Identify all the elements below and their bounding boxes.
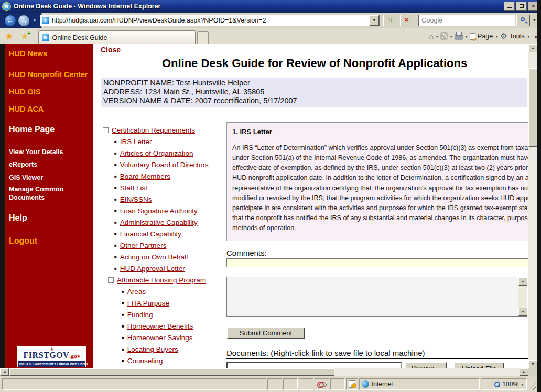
scroll-right-icon[interactable]: ► [520, 368, 528, 376]
tree-item[interactable]: ■Homeowner Benefits [122, 322, 226, 330]
tree-link[interactable]: Board Members [120, 172, 170, 180]
browse-button[interactable]: Browse... [405, 362, 447, 368]
tools-dropdown[interactable]: ▼ [527, 35, 531, 38]
security-report-pane[interactable] [346, 378, 358, 390]
print-dropdown[interactable]: ▼ [464, 35, 468, 38]
tree-item[interactable]: ■Loan Signature Authority [114, 207, 226, 215]
sidebar-item-home-page[interactable]: Home Page [5, 125, 93, 134]
sidebar-item-hud-aca[interactable]: HUD ACA [5, 105, 93, 113]
vertical-scroll-thumb[interactable] [528, 68, 537, 147]
tree-link[interactable]: Counseling [127, 357, 163, 365]
tree-link[interactable]: Homeowner Benefits [127, 322, 193, 330]
tree-item[interactable]: −Affordable Housing Program [108, 276, 226, 284]
restore-button[interactable] [516, 2, 527, 11]
feed-dropdown[interactable]: ▼ [449, 35, 453, 38]
textarea-scrollbar[interactable]: ▲ ▼ [518, 277, 527, 316]
submit-comment-button[interactable]: Submit Comment [226, 327, 305, 339]
sidebar-item-gis-viewer[interactable]: GIS Viewer [5, 173, 73, 182]
tree-item[interactable]: ■Financial Capability [114, 230, 226, 238]
tree-link[interactable]: FHA Purpose [127, 299, 169, 307]
comment-input[interactable] [226, 258, 528, 267]
sidebar-item-hud-nonprofit-center[interactable]: HUD Nonprofit Center [5, 70, 93, 79]
page-dropdown[interactable]: ▼ [495, 35, 499, 38]
security-zone-pane[interactable]: Internet [359, 378, 480, 390]
upload-file-button[interactable]: Upload File [454, 362, 504, 368]
favorites-star-icon[interactable]: ★ [5, 31, 13, 42]
tree-link[interactable]: Affordable Housing Program [117, 276, 206, 284]
tree-item[interactable]: ■Articles of Organization [114, 149, 226, 157]
tree-link[interactable]: Acting on Own Behalf [120, 253, 188, 261]
tree-link[interactable]: Administrative Capability [120, 219, 198, 226]
tree-link[interactable]: Certification Requirements [112, 126, 195, 134]
sidebar-item-view-your-details[interactable]: View Your Details [5, 148, 73, 156]
tree-item[interactable]: ■EIN/SSNs [114, 195, 226, 203]
tree-item[interactable]: ■Administrative Capability [114, 219, 226, 226]
firstgov-logo[interactable]: ★ FIRSTGOV.gov The U.S. Government's Off… [17, 346, 86, 367]
history-dropdown[interactable]: ▼ [33, 18, 37, 23]
tree-link[interactable]: Voluntary Board of Directors [120, 161, 209, 169]
tree-link[interactable]: Funding [127, 311, 153, 319]
comments-history-textarea[interactable]: ▲ ▼ [226, 277, 527, 317]
print-icon[interactable] [455, 34, 463, 40]
address-bar[interactable]: e http://hudgis.uai.com/HUDNP/viewDeskGu… [40, 15, 380, 26]
zoom-dropdown-icon[interactable]: ▼ [521, 383, 524, 386]
collapse-icon[interactable]: − [108, 277, 114, 283]
resize-grip[interactable] [529, 383, 536, 390]
tree-link[interactable]: EIN/SSNs [120, 195, 152, 203]
popup-blocker-pane[interactable] [315, 378, 329, 390]
back-button[interactable]: ← [4, 15, 16, 27]
page-menu-button[interactable]: Page [478, 32, 493, 40]
tree-item[interactable]: ■Counseling [122, 357, 226, 365]
rss-feed-icon[interactable] [440, 32, 448, 40]
home-icon[interactable]: ⌂ [429, 32, 434, 41]
sidebar-item-hud-news[interactable]: HUD News [5, 49, 93, 58]
tab-online-desk-guide[interactable]: e Online Desk Guide [38, 30, 196, 44]
tree-item[interactable]: ■Acting on Own Behalf [114, 253, 226, 261]
scroll-up-icon[interactable]: ▲ [518, 277, 527, 286]
tree-item[interactable]: ■Funding [122, 311, 226, 319]
url-text[interactable]: http://hudgis.uai.com/HUDNP/viewDeskGuid… [52, 17, 370, 24]
gear-icon[interactable]: ⚙ [500, 31, 507, 41]
tree-item[interactable]: ■IRS Letter [114, 138, 226, 146]
sidebar-item-ereports[interactable]: eReports [5, 160, 73, 169]
tree-item[interactable]: ■HUD Approval Letter [114, 265, 226, 273]
minimize-button[interactable] [504, 2, 515, 11]
tree-link[interactable]: Loan Signature Authority [120, 207, 198, 215]
tools-menu-button[interactable]: Tools [510, 32, 525, 40]
tree-link[interactable]: Areas [127, 288, 146, 296]
tree-item[interactable]: ■Homeowner Savings [122, 334, 226, 342]
tree-item[interactable]: ■Board Members [114, 172, 226, 180]
tree-link[interactable]: Staff List [120, 184, 147, 192]
refresh-button[interactable]: ↑↓ [383, 15, 396, 26]
tree-link[interactable]: Articles of Organization [120, 149, 193, 157]
scroll-up-icon[interactable]: ▲ [528, 44, 537, 52]
close-page-link[interactable]: Close [101, 46, 121, 54]
tree-link[interactable]: Other Partners [120, 242, 167, 249]
page-menu-icon[interactable] [470, 33, 475, 40]
tree-item[interactable]: ■FHA Purpose [122, 299, 226, 307]
address-dropdown[interactable]: ▼ [370, 15, 379, 26]
add-favorite-icon[interactable]: ★+ [20, 31, 28, 42]
sidebar-item-manage-common-documents[interactable]: Manage Common Documents [5, 185, 73, 202]
scroll-down-icon[interactable]: ▼ [518, 308, 527, 316]
vertical-scrollbar[interactable]: ▲ ▼ [528, 44, 537, 368]
zoom-control[interactable]: 100% ▼ [481, 378, 527, 390]
tree-item[interactable]: ■Staff List [114, 184, 226, 192]
home-dropdown[interactable]: ▼ [435, 35, 439, 38]
sidebar-item-hud-gis[interactable]: HUD GIS [5, 88, 93, 96]
tree-item[interactable]: ■Other Partners [114, 242, 226, 249]
tree-link[interactable]: Homeowner Savings [127, 334, 193, 342]
file-path-input[interactable] [226, 362, 402, 368]
forward-button[interactable]: → [18, 15, 30, 27]
tree-item[interactable]: −Certification Requirements [103, 126, 226, 134]
search-button[interactable] [516, 15, 530, 26]
scroll-down-icon[interactable]: ▼ [528, 360, 537, 368]
tree-link[interactable]: HUD Approval Letter [120, 265, 185, 273]
sidebar-item-logout[interactable]: Logout [5, 236, 93, 246]
scroll-left-icon[interactable]: ◄ [0, 368, 9, 376]
tree-item[interactable]: ■Areas [122, 288, 226, 296]
horizontal-scrollbar[interactable]: ◄ ► [0, 368, 528, 376]
search-input[interactable]: Google [418, 15, 515, 26]
sidebar-item-help[interactable]: Help [5, 213, 93, 223]
stop-button[interactable]: × [400, 15, 413, 26]
